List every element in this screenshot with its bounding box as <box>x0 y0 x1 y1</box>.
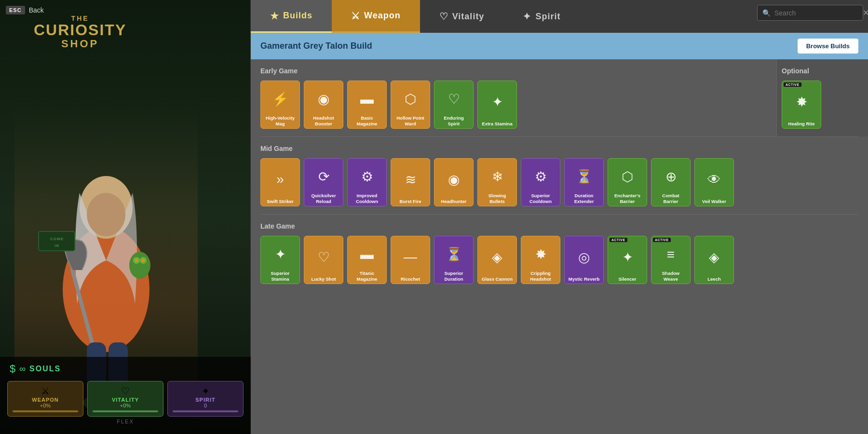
item-card[interactable]: ✦Extra Stamina <box>477 81 517 129</box>
item-name: Basic Magazine <box>350 115 384 126</box>
item-card[interactable]: ◈Glass Cannon <box>477 236 517 284</box>
item-icon: ⊕ <box>665 169 677 185</box>
svg-text:IN: IN <box>54 244 59 248</box>
esc-back-area: ESC Back <box>6 6 44 14</box>
item-card[interactable]: »Swift Striker <box>260 158 300 206</box>
tab-spirit[interactable]: ✦ Spirit <box>503 0 580 33</box>
item-card[interactable]: ◈Leech <box>694 236 734 284</box>
item-card[interactable]: ◎Mystic Reverb <box>564 236 604 284</box>
item-card[interactable]: —Ricochet <box>391 236 430 284</box>
tabs-bar: ★ Builds ⚔ Weapon ♡ Vitality ✦ Spirit 🔍 … <box>251 0 868 33</box>
item-icon: ◉ <box>318 91 329 107</box>
search-input[interactable] <box>774 9 859 17</box>
item-name: Slowing Bullets <box>480 193 515 204</box>
item-card[interactable]: ✦Superior Stamina <box>260 236 300 284</box>
active-badge: ACTIVE <box>784 82 801 87</box>
item-card[interactable]: ⚙Superior Cooldown <box>521 158 560 206</box>
item-icon: ≋ <box>405 172 416 188</box>
item-card[interactable]: ACTIVE≡Shadow Weave <box>651 236 691 284</box>
weapon-stat-val: +0% <box>13 403 78 408</box>
tab-weapon[interactable]: ⚔ Weapon <box>332 0 420 33</box>
item-card[interactable]: ▬Basic Magazine <box>347 81 387 129</box>
item-icon-area: ⚡ <box>263 83 298 115</box>
svg-point-3 <box>129 252 150 279</box>
item-icon: ⏳ <box>446 246 462 262</box>
item-icon-area: ⊕ <box>653 161 688 193</box>
item-icon: ✸ <box>535 246 546 262</box>
item-icon: ✸ <box>796 94 807 110</box>
item-icon-area: ◉ <box>306 83 341 115</box>
optional-section: Optional ACTIVE✸Healing Rite <box>776 59 868 136</box>
item-icon: ◉ <box>448 172 460 188</box>
item-card[interactable]: ≋Burst Fire <box>391 158 430 206</box>
builds-tab-label: Builds <box>283 11 312 21</box>
item-icon: ◈ <box>492 249 502 265</box>
item-card[interactable]: ◉Headhunter <box>434 158 474 206</box>
vitality-tab-label: Vitality <box>452 12 485 22</box>
item-card[interactable]: ⚙Improved Cooldown <box>347 158 387 206</box>
svg-point-7 <box>142 259 145 262</box>
item-icon-area: ⚙ <box>523 161 558 193</box>
active-badge: ACTIVE <box>653 238 671 242</box>
left-panel: ESC Back THE CURIOSITY SHOP <box>0 0 251 434</box>
item-icon: ▬ <box>360 247 374 262</box>
tab-vitality[interactable]: ♡ Vitality <box>420 0 504 33</box>
item-card[interactable]: ⚡High-Velocity Mag <box>260 81 300 129</box>
item-name: Quicksilver Reload <box>306 193 341 204</box>
item-icon-area: — <box>393 238 428 276</box>
item-icon-area: ≋ <box>393 161 428 199</box>
search-close-icon[interactable]: ✕ <box>863 8 868 17</box>
item-card[interactable]: ⟳Quicksilver Reload <box>304 158 343 206</box>
item-icon: ⏳ <box>576 169 593 185</box>
browse-builds-button[interactable]: Browse Builds <box>798 39 858 54</box>
item-card[interactable]: ▬Titanic Magazine <box>347 236 387 284</box>
weapon-icon: ⚔ <box>13 385 78 397</box>
vitality-stat-val: +0% <box>93 403 158 408</box>
weapon-stat: ⚔ WEAPON +0% <box>7 381 83 417</box>
mid-game-label: Mid Game <box>260 145 858 152</box>
item-card[interactable]: ❄Slowing Bullets <box>477 158 517 206</box>
shop-shop: SHOP <box>34 38 126 50</box>
item-name: Mystic Reverb <box>567 276 601 282</box>
item-card[interactable]: ⊕Combat Barrier <box>651 158 691 206</box>
item-card[interactable]: ⏳Duration Extender <box>564 158 604 206</box>
item-card[interactable]: ♡Enduring Spirit <box>434 81 474 129</box>
item-name: Headhunter <box>436 199 471 204</box>
item-name: Superior Cooldown <box>523 193 558 204</box>
late-game-section: Late Game ✦Superior Stamina♡Lucky Shot▬T… <box>251 215 868 292</box>
early-items-grid: ⚡High-Velocity Mag◉Headshot Booster▬Basi… <box>260 81 767 129</box>
item-card[interactable]: ♡Lucky Shot <box>304 236 343 284</box>
early-game-label: Early Game <box>260 67 767 75</box>
tab-builds[interactable]: ★ Builds <box>251 0 332 33</box>
optional-items-grid: ACTIVE✸Healing Rite <box>782 81 858 129</box>
item-name: Silencer <box>610 276 645 282</box>
item-name: Titanic Magazine <box>350 271 384 282</box>
item-card[interactable]: ✸Crippling Headshot <box>521 236 560 284</box>
search-area[interactable]: 🔍 ✕ <box>757 5 863 21</box>
item-icon-area: ♡ <box>306 238 341 276</box>
shop-title: THE CURIOSITY SHOP <box>34 14 126 50</box>
item-card[interactable]: ⬡Hollow Point Ward <box>391 81 430 129</box>
spirit-bar <box>173 410 238 412</box>
early-game-section: Early Game ⚡High-Velocity Mag◉Headshot B… <box>251 59 776 136</box>
builds-icon: ★ <box>270 10 279 22</box>
back-label[interactable]: Back <box>29 6 44 14</box>
item-card[interactable]: ACTIVE✦Silencer <box>608 236 647 284</box>
item-name: High-Velocity Mag <box>263 115 298 126</box>
svg-point-6 <box>135 259 138 262</box>
item-card[interactable]: 👁Veil Walker <box>694 158 734 206</box>
esc-button[interactable]: ESC <box>6 6 25 14</box>
search-icon: 🔍 <box>762 9 771 17</box>
item-card[interactable]: ⏳Superior Duration <box>434 236 474 284</box>
item-icon-area: ◉ <box>436 161 471 199</box>
item-card[interactable]: ◉Headshot Booster <box>304 81 343 129</box>
item-card[interactable]: ⬡Enchanter's Barrier <box>608 158 647 206</box>
spirit-icon: ✦ <box>173 385 238 397</box>
item-name: Headshot Booster <box>306 115 341 126</box>
item-name: Swift Striker <box>263 199 298 204</box>
build-content: Gamerant Grey Talon Build Browse Builds … <box>251 33 868 434</box>
item-icon-area: ◈ <box>480 238 515 276</box>
item-card[interactable]: ACTIVE✸Healing Rite <box>782 81 821 129</box>
late-game-label: Late Game <box>260 222 858 230</box>
souls-row: $ ∞ SOULS <box>0 357 251 381</box>
